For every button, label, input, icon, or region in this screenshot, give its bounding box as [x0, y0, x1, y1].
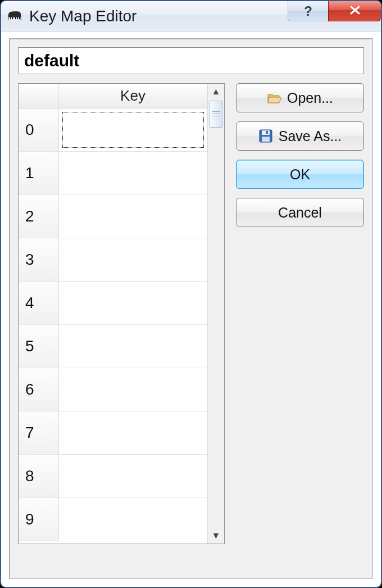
- table-body: 0123456789: [19, 108, 207, 544]
- folder-open-icon: [267, 91, 281, 105]
- vertical-scrollbar[interactable]: ▲ ▼: [207, 84, 224, 544]
- keymap-name-value: default: [24, 51, 79, 70]
- svg-rect-3: [15, 17, 16, 19]
- key-cell[interactable]: [59, 455, 207, 497]
- table-row[interactable]: 8: [19, 455, 207, 498]
- table-row[interactable]: 9: [19, 498, 207, 541]
- scroll-down-arrow-icon[interactable]: ▼: [208, 528, 224, 544]
- open-button[interactable]: Open...: [236, 83, 364, 112]
- svg-rect-9: [266, 131, 268, 134]
- key-cell[interactable]: [59, 282, 207, 324]
- ok-label: OK: [290, 166, 310, 183]
- svg-rect-7: [262, 130, 270, 135]
- open-label: Open...: [287, 90, 333, 106]
- row-header[interactable]: 7: [19, 411, 59, 454]
- window-buttons: ?: [288, 1, 381, 21]
- row-header[interactable]: 2: [19, 195, 59, 238]
- key-cell[interactable]: [59, 368, 207, 411]
- cancel-label: Cancel: [278, 205, 322, 221]
- row-header[interactable]: 1: [19, 152, 59, 195]
- svg-rect-4: [17, 17, 18, 19]
- row-header[interactable]: 0: [19, 108, 59, 151]
- table-header: Key: [19, 84, 207, 108]
- close-icon: [349, 4, 361, 19]
- key-cell[interactable]: [59, 238, 207, 281]
- key-cell[interactable]: [59, 152, 207, 195]
- row-header[interactable]: 6: [19, 368, 59, 411]
- dialog-window: Key Map Editor ? default: [0, 0, 382, 588]
- content-row: Key 0123456789 ▲ ▼: [18, 83, 364, 544]
- table-row[interactable]: 6: [19, 368, 207, 411]
- ok-button[interactable]: OK: [236, 160, 364, 189]
- table-row[interactable]: 7: [19, 411, 207, 455]
- key-table[interactable]: Key 0123456789 ▲ ▼: [18, 83, 225, 544]
- help-icon: ?: [304, 3, 312, 19]
- button-column: Open... Save As... OK: [225, 83, 364, 544]
- key-cell[interactable]: [59, 498, 207, 541]
- row-header-corner: [19, 84, 59, 108]
- row-header[interactable]: 4: [19, 282, 59, 324]
- key-cell[interactable]: [59, 195, 207, 238]
- keymap-name-field[interactable]: default: [18, 47, 364, 74]
- table-row[interactable]: 0: [19, 108, 207, 152]
- row-header[interactable]: 3: [19, 238, 59, 281]
- save-as-button[interactable]: Save As...: [236, 121, 364, 151]
- svg-rect-2: [12, 17, 13, 19]
- table-row[interactable]: 3: [19, 238, 207, 282]
- svg-rect-1: [10, 17, 11, 19]
- scroll-up-arrow-icon[interactable]: ▲: [208, 84, 224, 99]
- column-header-key[interactable]: Key: [59, 84, 207, 108]
- floppy-save-icon: [258, 129, 273, 143]
- help-button[interactable]: ?: [288, 1, 328, 21]
- close-button[interactable]: [328, 1, 381, 21]
- titlebar[interactable]: Key Map Editor ?: [1, 1, 381, 31]
- window-title: Key Map Editor: [29, 7, 137, 25]
- svg-rect-8: [262, 137, 270, 142]
- table-row[interactable]: 2: [19, 195, 207, 238]
- key-cell[interactable]: [59, 411, 207, 454]
- row-header[interactable]: 5: [19, 325, 59, 368]
- row-header[interactable]: 8: [19, 455, 59, 497]
- table-row[interactable]: 5: [19, 325, 207, 368]
- table-row[interactable]: 4: [19, 282, 207, 325]
- key-cell[interactable]: [59, 108, 207, 151]
- row-header[interactable]: 9: [19, 498, 59, 541]
- piano-icon: [7, 8, 22, 24]
- svg-rect-5: [19, 17, 20, 19]
- key-cell[interactable]: [59, 325, 207, 368]
- scroll-thumb[interactable]: [210, 101, 222, 128]
- table-row[interactable]: 1: [19, 152, 207, 195]
- save-as-label: Save As...: [279, 128, 342, 144]
- cancel-button[interactable]: Cancel: [236, 198, 364, 227]
- client-area: default Key 0123456789 ▲ ▼: [9, 38, 373, 579]
